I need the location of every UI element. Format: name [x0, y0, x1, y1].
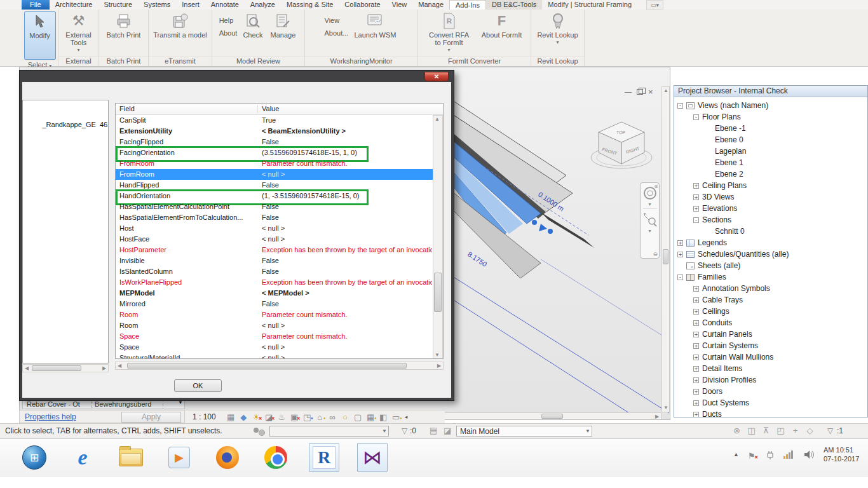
view-close-button[interactable]: ×: [648, 87, 653, 97]
tree-expander-icon[interactable]: +: [693, 286, 699, 292]
crop-region-icon[interactable]: ◳: [302, 412, 312, 422]
tree-expander-icon[interactable]: +: [693, 343, 699, 349]
tab-db-ec-tools[interactable]: DB E&C-Tools: [486, 0, 542, 10]
dialog-close-button[interactable]: ✕: [424, 72, 449, 81]
file-explorer-button[interactable]: [116, 443, 146, 472]
scroll-up-icon[interactable]: ▲: [662, 87, 670, 95]
wsm-about-button[interactable]: About...: [325, 29, 349, 37]
tree-item[interactable]: + Annotation Symbols: [674, 283, 867, 294]
modify-button[interactable]: Modify: [24, 11, 56, 60]
revit-taskbar-button[interactable]: R: [309, 443, 339, 472]
tree-item[interactable]: + Legends: [674, 237, 867, 248]
table-row[interactable]: FacingFlipped False: [116, 137, 433, 147]
table-row[interactable]: FacingOrientation (3.51596091574618E-15,…: [116, 147, 433, 158]
table-row[interactable]: HostFace < null >: [116, 234, 433, 245]
action-center-flag-icon[interactable]: [748, 450, 756, 459]
tab-massing-site[interactable]: Massing & Site: [281, 0, 339, 10]
crop-view-icon[interactable]: ▣: [290, 412, 299, 422]
external-tools-button[interactable]: ⚒ External Tools ▾: [58, 11, 98, 55]
view-restore-button[interactable]: [637, 89, 643, 95]
tree-expander-icon[interactable]: +: [677, 252, 683, 257]
tree-expander-icon[interactable]: +: [693, 206, 699, 212]
tab-view[interactable]: View: [386, 0, 413, 10]
tree-expander-icon[interactable]: +: [693, 355, 699, 360]
table-row[interactable]: StructuralMaterialId < null >: [116, 353, 433, 359]
zoom-tool-icon[interactable]: [642, 210, 658, 227]
table-header[interactable]: Field Value: [116, 104, 443, 115]
select-underlay-icon[interactable]: ◫: [747, 426, 756, 435]
tree-expander-icon[interactable]: +: [693, 389, 699, 395]
tree-expander-icon[interactable]: -: [677, 274, 683, 280]
power-plug-icon[interactable]: [765, 450, 775, 459]
scroll-up-icon[interactable]: ▲: [433, 116, 441, 123]
dialog-tree-panel[interactable]: _Randkappe_GE 462126 >: [22, 100, 109, 363]
field-column-header[interactable]: Field: [119, 105, 135, 112]
canvas-vscroll-thumb[interactable]: [663, 249, 668, 264]
table-row[interactable]: CanSplit True: [116, 115, 433, 126]
start-button[interactable]: ⊞: [19, 443, 50, 472]
tree-item[interactable]: Sheets (alle): [674, 260, 867, 271]
clock[interactable]: AM 10:51 07-10-2017: [824, 445, 868, 463]
shadows-icon[interactable]: ◪: [264, 412, 274, 422]
tab-architecture[interactable]: Architecture: [50, 0, 98, 10]
constraints-icon[interactable]: ▭: [391, 412, 401, 422]
about-formit-button[interactable]: F About FormIt: [478, 11, 526, 40]
table-row[interactable]: HostParameter Exception has been thrown …: [116, 245, 433, 255]
tree-item[interactable]: + Ceilings: [674, 306, 867, 317]
dialog-title-bar[interactable]: ✕: [20, 71, 454, 82]
table-row[interactable]: HandOrientation (1, -3.51596091574618E-1…: [116, 191, 433, 201]
tree-item[interactable]: + Cable Trays: [674, 294, 867, 306]
visual-style-icon[interactable]: ◆: [239, 412, 248, 422]
scroll-left-icon[interactable]: ◀: [116, 362, 123, 369]
table-row[interactable]: HandFlipped False: [116, 180, 433, 191]
wsm-view-button[interactable]: View: [325, 17, 349, 24]
tree-expander-icon[interactable]: +: [693, 297, 699, 303]
tree-expander-icon[interactable]: +: [693, 366, 699, 372]
convert-rfa-button[interactable]: R Convert RFA to FormIt ▾: [424, 11, 475, 55]
revit-lookup-button[interactable]: Revit Lookup ▾: [535, 11, 580, 48]
network-signal-icon[interactable]: [783, 450, 795, 459]
tree-item[interactable]: + Doors: [674, 386, 867, 397]
tree-item[interactable]: Ebene 2: [674, 168, 867, 180]
hide-isolate-icon[interactable]: ⌂: [315, 412, 325, 422]
design-options-pick-icon[interactable]: ◪: [444, 426, 451, 435]
manage-button[interactable]: Manage: [269, 11, 298, 40]
canvas-hscroll-thumb[interactable]: [541, 414, 563, 419]
media-player-button[interactable]: ▶: [164, 443, 194, 472]
table-row[interactable]: FromRoom < null >: [116, 169, 433, 180]
tree-item[interactable]: + Duct Systems: [674, 397, 867, 409]
table-hscroll-thumb[interactable]: [127, 363, 407, 369]
tree-hscroll-thumb[interactable]: [32, 365, 81, 371]
table-vertical-scrollbar[interactable]: ▲ ▼: [433, 115, 443, 359]
tree-item[interactable]: + Curtain Panels: [674, 329, 867, 340]
table-row[interactable]: ExtensionUtility < BeamExtensionUtility …: [116, 126, 433, 137]
table-row[interactable]: MEPModel < MEPModel >: [116, 288, 433, 299]
tab-annotate[interactable]: Annotate: [205, 0, 245, 10]
tree-item[interactable]: + 3D Views: [674, 191, 867, 203]
tree-item[interactable]: + Elevations: [674, 203, 867, 214]
tree-item[interactable]: Ebene -1: [674, 123, 867, 134]
table-row[interactable]: Mirrored False: [116, 299, 433, 309]
hidden-icons-arrow-icon[interactable]: ▲: [733, 451, 739, 458]
navigation-bar[interactable]: ⊗ ▾ ▾ ⊖: [640, 182, 660, 259]
tree-expander-icon[interactable]: +: [693, 183, 699, 189]
transmit-model-button[interactable]: Transmit a model: [151, 11, 209, 40]
zoom-options-caret-icon[interactable]: ▾: [648, 228, 651, 234]
worksharing-display-icon[interactable]: ▦: [366, 412, 376, 422]
properties-help-link[interactable]: Properties help: [25, 412, 76, 421]
glasses-icon[interactable]: ∞: [328, 412, 337, 422]
batch-print-button[interactable]: Batch Print: [105, 11, 143, 40]
table-row[interactable]: HasSpatialElementCalculationPoint False: [116, 201, 433, 212]
show-rendering-icon[interactable]: ♨: [277, 412, 287, 422]
table-row[interactable]: HasSpatialElementFromToCalculation... Fa…: [116, 212, 433, 223]
selection-filter-icon[interactable]: ▽: [827, 426, 833, 435]
scroll-right-icon[interactable]: ▶: [653, 413, 661, 419]
workset-dropdown-disabled[interactable]: ▼: [269, 426, 389, 437]
tree-item[interactable]: + Conduits: [674, 317, 867, 329]
tree-item[interactable]: - Views (nach Namen): [674, 100, 867, 111]
tree-item[interactable]: + Curtain Systems: [674, 340, 867, 351]
tree-item[interactable]: Ebene 1: [674, 157, 867, 168]
canvas-vertical-scrollbar[interactable]: ▲ ▼: [661, 86, 670, 412]
scroll-down-icon[interactable]: ▼: [433, 351, 441, 359]
scale-button[interactable]: 1 : 100: [193, 412, 216, 421]
